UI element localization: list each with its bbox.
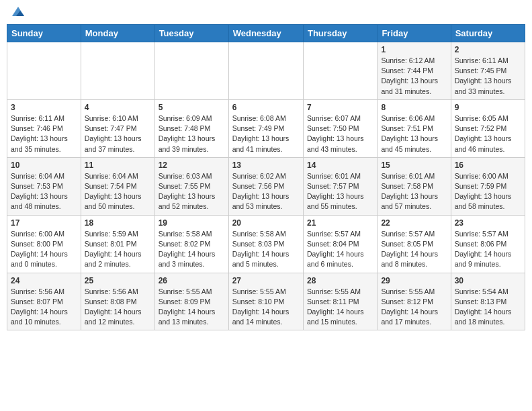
day-info: Sunrise: 5:55 AM Sunset: 8:10 PM Dayligh… [232, 287, 300, 328]
day-info: Sunrise: 5:58 AM Sunset: 8:02 PM Dayligh… [159, 229, 225, 270]
day-number: 17 [11, 218, 77, 228]
calendar-cell: 8Sunrise: 6:06 AM Sunset: 7:51 PM Daylig… [378, 99, 451, 157]
day-number: 28 [307, 276, 373, 285]
day-info: Sunrise: 6:00 AM Sunset: 7:59 PM Dayligh… [455, 171, 521, 212]
calendar-week-row: 1Sunrise: 6:12 AM Sunset: 7:44 PM Daylig… [7, 42, 525, 100]
calendar-cell [303, 42, 377, 100]
day-number: 13 [232, 161, 300, 170]
calendar-cell: 17Sunrise: 6:00 AM Sunset: 8:00 PM Dayli… [7, 215, 81, 273]
col-monday: Monday [81, 25, 154, 42]
day-info: Sunrise: 6:08 AM Sunset: 7:49 PM Dayligh… [232, 113, 300, 154]
day-info: Sunrise: 6:06 AM Sunset: 7:51 PM Dayligh… [381, 113, 447, 154]
day-number: 25 [85, 276, 151, 285]
calendar-cell: 5Sunrise: 6:09 AM Sunset: 7:48 PM Daylig… [154, 99, 228, 157]
calendar-cell: 12Sunrise: 6:03 AM Sunset: 7:55 PM Dayli… [154, 157, 228, 215]
calendar-cell: 24Sunrise: 5:56 AM Sunset: 8:07 PM Dayli… [7, 273, 81, 330]
calendar-cell: 26Sunrise: 5:55 AM Sunset: 8:09 PM Dayli… [154, 273, 228, 330]
calendar-cell: 19Sunrise: 5:58 AM Sunset: 8:02 PM Dayli… [154, 215, 228, 273]
calendar-cell: 13Sunrise: 6:02 AM Sunset: 7:56 PM Dayli… [228, 157, 303, 215]
day-info: Sunrise: 6:01 AM Sunset: 7:58 PM Dayligh… [381, 171, 447, 212]
logo [9, 7, 26, 19]
day-info: Sunrise: 6:10 AM Sunset: 7:47 PM Dayligh… [85, 113, 151, 154]
col-saturday: Saturday [451, 25, 525, 42]
day-number: 9 [455, 103, 521, 112]
day-number: 14 [307, 161, 373, 170]
day-info: Sunrise: 5:57 AM Sunset: 8:04 PM Dayligh… [307, 229, 373, 270]
col-sunday: Sunday [7, 25, 81, 42]
calendar-cell: 4Sunrise: 6:10 AM Sunset: 7:47 PM Daylig… [81, 99, 154, 157]
day-number: 27 [232, 276, 300, 285]
day-number: 10 [11, 161, 77, 170]
col-wednesday: Wednesday [228, 25, 303, 42]
calendar-cell: 15Sunrise: 6:01 AM Sunset: 7:58 PM Dayli… [378, 157, 451, 215]
day-info: Sunrise: 6:07 AM Sunset: 7:50 PM Dayligh… [307, 113, 373, 154]
day-info: Sunrise: 6:09 AM Sunset: 7:48 PM Dayligh… [159, 113, 225, 154]
day-number: 29 [381, 276, 447, 285]
col-tuesday: Tuesday [154, 25, 228, 42]
day-number: 5 [159, 103, 225, 112]
day-info: Sunrise: 5:56 AM Sunset: 8:08 PM Dayligh… [85, 287, 151, 328]
day-number: 23 [455, 218, 521, 228]
calendar-cell: 7Sunrise: 6:07 AM Sunset: 7:50 PM Daylig… [303, 99, 377, 157]
calendar-cell: 14Sunrise: 6:01 AM Sunset: 7:57 PM Dayli… [303, 157, 377, 215]
day-number: 15 [381, 161, 447, 170]
col-thursday: Thursday [303, 25, 377, 42]
calendar-cell: 20Sunrise: 5:58 AM Sunset: 8:03 PM Dayli… [228, 215, 303, 273]
day-info: Sunrise: 6:04 AM Sunset: 7:54 PM Dayligh… [85, 171, 151, 212]
day-info: Sunrise: 6:04 AM Sunset: 7:53 PM Dayligh… [11, 171, 77, 212]
calendar-week-row: 24Sunrise: 5:56 AM Sunset: 8:07 PM Dayli… [7, 273, 525, 330]
calendar-cell: 16Sunrise: 6:00 AM Sunset: 7:59 PM Dayli… [451, 157, 525, 215]
day-number: 3 [11, 103, 77, 112]
calendar-cell: 11Sunrise: 6:04 AM Sunset: 7:54 PM Dayli… [81, 157, 154, 215]
calendar-cell [7, 42, 81, 100]
day-number: 30 [455, 276, 521, 285]
calendar-cell: 18Sunrise: 5:59 AM Sunset: 8:01 PM Dayli… [81, 215, 154, 273]
col-friday: Friday [378, 25, 451, 42]
day-number: 7 [307, 103, 373, 112]
calendar-cell: 1Sunrise: 6:12 AM Sunset: 7:44 PM Daylig… [378, 42, 451, 100]
calendar-cell: 22Sunrise: 5:57 AM Sunset: 8:05 PM Dayli… [378, 215, 451, 273]
calendar-cell: 3Sunrise: 6:11 AM Sunset: 7:46 PM Daylig… [7, 99, 81, 157]
day-info: Sunrise: 5:57 AM Sunset: 8:05 PM Dayligh… [381, 229, 447, 270]
day-info: Sunrise: 6:05 AM Sunset: 7:52 PM Dayligh… [455, 113, 521, 154]
day-number: 16 [455, 161, 521, 170]
day-number: 11 [85, 161, 151, 170]
day-info: Sunrise: 5:56 AM Sunset: 8:07 PM Dayligh… [11, 287, 77, 328]
calendar-cell: 29Sunrise: 5:55 AM Sunset: 8:12 PM Dayli… [378, 273, 451, 330]
day-info: Sunrise: 6:02 AM Sunset: 7:56 PM Dayligh… [232, 171, 300, 212]
day-number: 22 [381, 218, 447, 228]
calendar-cell [154, 42, 228, 100]
day-info: Sunrise: 5:54 AM Sunset: 8:13 PM Dayligh… [455, 287, 521, 328]
calendar-cell: 23Sunrise: 5:57 AM Sunset: 8:06 PM Dayli… [451, 215, 525, 273]
logo-icon [11, 4, 26, 19]
calendar-cell: 25Sunrise: 5:56 AM Sunset: 8:08 PM Dayli… [81, 273, 154, 330]
day-number: 1 [381, 45, 447, 54]
day-number: 2 [455, 45, 521, 54]
day-number: 8 [381, 103, 447, 112]
day-number: 6 [232, 103, 300, 112]
calendar-cell: 2Sunrise: 6:11 AM Sunset: 7:45 PM Daylig… [451, 42, 525, 100]
calendar-cell: 30Sunrise: 5:54 AM Sunset: 8:13 PM Dayli… [451, 273, 525, 330]
day-number: 19 [159, 218, 225, 228]
day-info: Sunrise: 6:00 AM Sunset: 8:00 PM Dayligh… [11, 229, 77, 270]
day-number: 4 [85, 103, 151, 112]
calendar-week-row: 17Sunrise: 6:00 AM Sunset: 8:00 PM Dayli… [7, 215, 525, 273]
day-info: Sunrise: 6:12 AM Sunset: 7:44 PM Dayligh… [381, 56, 447, 97]
calendar-cell: 21Sunrise: 5:57 AM Sunset: 8:04 PM Dayli… [303, 215, 377, 273]
calendar-header-row: Sunday Monday Tuesday Wednesday Thursday… [7, 25, 525, 42]
day-info: Sunrise: 5:58 AM Sunset: 8:03 PM Dayligh… [232, 229, 300, 270]
day-number: 24 [11, 276, 77, 285]
day-info: Sunrise: 6:03 AM Sunset: 7:55 PM Dayligh… [159, 171, 225, 212]
calendar-cell [81, 42, 154, 100]
day-info: Sunrise: 5:59 AM Sunset: 8:01 PM Dayligh… [85, 229, 151, 270]
day-info: Sunrise: 6:11 AM Sunset: 7:46 PM Dayligh… [11, 113, 77, 154]
day-number: 18 [85, 218, 151, 228]
day-info: Sunrise: 5:55 AM Sunset: 8:09 PM Dayligh… [159, 287, 225, 328]
day-number: 20 [232, 218, 300, 228]
day-info: Sunrise: 5:55 AM Sunset: 8:12 PM Dayligh… [381, 287, 447, 328]
day-number: 26 [159, 276, 225, 285]
calendar-cell: 6Sunrise: 6:08 AM Sunset: 7:49 PM Daylig… [228, 99, 303, 157]
calendar-cell: 27Sunrise: 5:55 AM Sunset: 8:10 PM Dayli… [228, 273, 303, 330]
day-info: Sunrise: 6:01 AM Sunset: 7:57 PM Dayligh… [307, 171, 373, 212]
calendar-week-row: 3Sunrise: 6:11 AM Sunset: 7:46 PM Daylig… [7, 99, 525, 157]
